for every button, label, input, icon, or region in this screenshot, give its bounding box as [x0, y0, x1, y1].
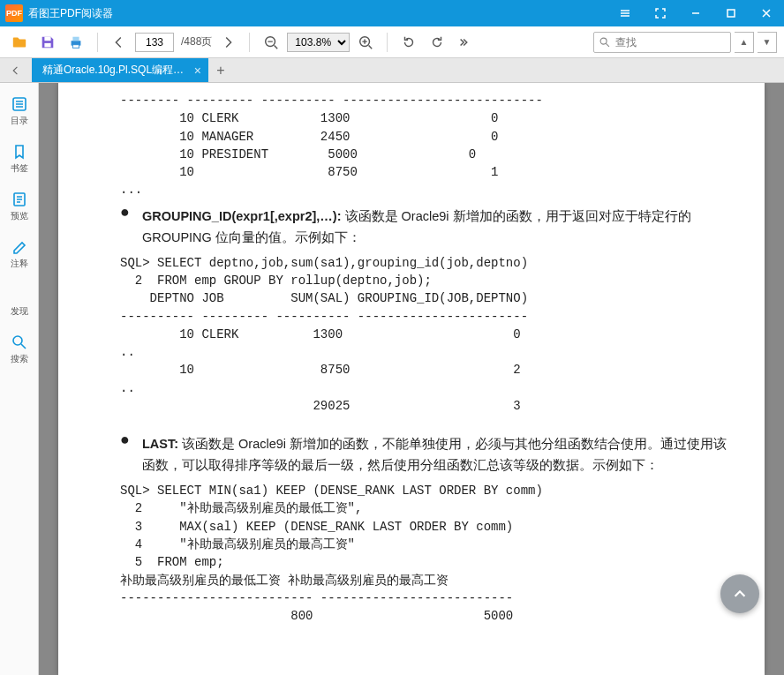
- bullet-icon: ●: [120, 427, 130, 482]
- zoom-select[interactable]: 103.8%: [287, 33, 350, 52]
- document-viewer[interactable]: -------- --------- ---------- ----------…: [39, 83, 784, 675]
- prev-page-button[interactable]: [107, 30, 132, 55]
- svg-rect-2: [44, 42, 50, 47]
- sidebar-label: 预览: [11, 210, 28, 222]
- discover-icon: [11, 286, 28, 304]
- search-prev-button[interactable]: ▲: [735, 32, 754, 53]
- app-icon: PDF: [5, 4, 23, 22]
- bookmark-icon: [11, 143, 28, 161]
- sidebar-item-preview[interactable]: 预览: [2, 185, 37, 228]
- sidebar-item-search[interactable]: 搜索: [2, 328, 37, 371]
- tab-label: 精通Oracle.10g.Pl.SQL编程-百...: [42, 63, 187, 78]
- scroll-to-top-button[interactable]: [720, 574, 759, 613]
- paragraph-last: LAST: 该函数是 Oracle9i 新增加的函数，不能单独使用，必须与其他分…: [142, 434, 738, 476]
- maximize-button[interactable]: [713, 0, 749, 26]
- main-area: 目录 书签 预览 注释 发现: [0, 83, 784, 675]
- sidebar-label: 书签: [11, 162, 28, 175]
- zoom-out-button[interactable]: [259, 30, 283, 55]
- separator: [249, 33, 250, 52]
- preview-icon: [11, 191, 28, 208]
- fullscreen-button[interactable]: [643, 0, 678, 26]
- page-number-input[interactable]: [135, 33, 174, 52]
- code-block-top: -------- --------- ---------- ----------…: [120, 92, 738, 199]
- tabstrip: 精通Oracle.10g.Pl.SQL编程-百... × +: [0, 58, 784, 83]
- search-box: [593, 32, 731, 53]
- paragraph-grouping-id: GROUPING_ID(expr1[,expr2],…): 该函数是 Oracl…: [142, 206, 738, 249]
- sidebar-item-toc[interactable]: 目录: [2, 90, 37, 132]
- open-file-button[interactable]: [7, 30, 32, 55]
- close-button[interactable]: [749, 0, 784, 26]
- svg-rect-4: [72, 36, 79, 41]
- sidebar: 目录 书签 预览 注释 发现: [0, 83, 39, 675]
- sidebar-label: 发现: [11, 305, 28, 318]
- code-block-last: SQL> SELECT MIN(sa1) KEEP (DENSE_RANK LA…: [120, 482, 738, 625]
- sidebar-label: 注释: [11, 258, 28, 270]
- sidebar-item-bookmark[interactable]: 书签: [2, 138, 37, 180]
- separator: [97, 33, 98, 52]
- search-icon: [594, 36, 615, 49]
- zoom-in-button[interactable]: [353, 30, 378, 55]
- titlebar: PDF 看图王PDF阅读器: [0, 0, 784, 26]
- tab-close-icon[interactable]: ×: [194, 64, 201, 78]
- page-total-label: /488页: [181, 34, 212, 49]
- sidebar-label: 搜索: [11, 353, 28, 365]
- sidebar-item-discover[interactable]: 发现: [2, 281, 37, 323]
- search-sidebar-icon: [11, 334, 28, 351]
- toc-icon: [11, 95, 28, 113]
- svg-rect-5: [72, 44, 79, 48]
- tab-active[interactable]: 精通Oracle.10g.Pl.SQL编程-百... ×: [32, 58, 208, 82]
- separator: [387, 33, 388, 52]
- search-next-button[interactable]: ▼: [758, 32, 777, 53]
- svg-point-11: [13, 336, 22, 345]
- svg-point-8: [600, 38, 607, 44]
- svg-rect-0: [727, 10, 735, 17]
- rotate-left-button[interactable]: [396, 30, 421, 55]
- annotate-icon: [11, 238, 28, 256]
- next-page-button[interactable]: [215, 30, 240, 55]
- bullet-icon: ●: [120, 199, 130, 254]
- sidebar-label: 目录: [11, 115, 28, 127]
- app-title: 看图王PDF阅读器: [28, 6, 607, 21]
- save-button[interactable]: [35, 30, 60, 55]
- minimize-button[interactable]: [678, 0, 713, 26]
- toolbar: /488页 103.8% ▲ ▼: [0, 26, 784, 58]
- sidebar-item-annotate[interactable]: 注释: [2, 233, 37, 275]
- more-tools-button[interactable]: [453, 30, 478, 55]
- search-input[interactable]: [615, 36, 730, 49]
- svg-rect-1: [44, 36, 50, 41]
- code-block-grouping: SQL> SELECT deptno,job,sum(sa1),grouping…: [120, 254, 738, 416]
- menu-button[interactable]: [607, 0, 643, 26]
- rotate-right-button[interactable]: [425, 30, 449, 55]
- new-tab-button[interactable]: +: [208, 58, 233, 82]
- tab-back-button[interactable]: [0, 58, 32, 82]
- print-button[interactable]: [64, 30, 88, 55]
- pdf-page: -------- --------- ---------- ----------…: [58, 83, 765, 675]
